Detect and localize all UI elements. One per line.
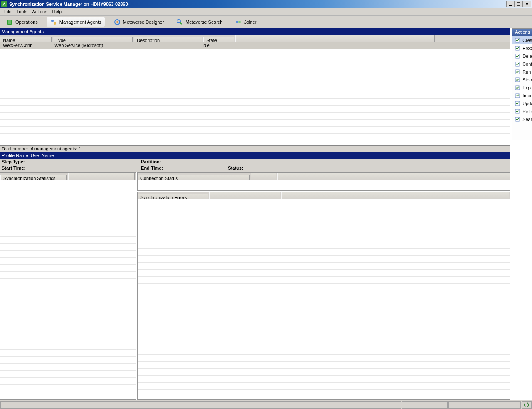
empty-row (0, 328, 136, 335)
empty-row (138, 355, 510, 362)
action-icon (514, 108, 521, 115)
action-icon (514, 116, 521, 123)
action-label: Import Management Agent (522, 93, 532, 98)
empty-row (138, 220, 510, 227)
empty-row (138, 291, 510, 298)
action-label: Update Management Agent (522, 101, 532, 106)
ma-row[interactable]: WebServConnWeb Service (Microsoft)Idle (0, 42, 510, 49)
ma-row[interactable] (0, 49, 510, 56)
ma-grid[interactable]: WebServConnWeb Service (Microsoft)Idle (0, 42, 510, 145)
menu-actions[interactable]: Actions (30, 9, 49, 15)
menu-help[interactable]: Help (50, 9, 64, 15)
ma-row[interactable] (0, 113, 510, 120)
svg-point-13 (238, 21, 241, 23)
empty-row (0, 237, 136, 244)
toolbar-metaverse-designer[interactable]: Metaverse Designer (110, 17, 167, 27)
action-icon (514, 61, 521, 67)
empty-row (138, 326, 510, 333)
menu-tools[interactable]: Tools (14, 9, 30, 15)
action-create[interactable]: Create (512, 36, 532, 44)
ma-row[interactable] (0, 91, 510, 99)
toolbar-joiner[interactable]: Joiner (231, 17, 260, 27)
sync-errors-grid[interactable] (138, 199, 510, 399)
toolbar-metaverse-search-label: Metaverse Search (185, 20, 222, 25)
ma-row[interactable] (0, 70, 510, 77)
empty-row (0, 279, 136, 286)
window-titlebar: Synchronization Service Manager on HDHY9… (0, 0, 532, 8)
action-label: Refresh Schema (522, 109, 532, 114)
ma-row[interactable] (0, 77, 510, 84)
empty-row (0, 314, 136, 321)
partition-label: Partition: (141, 159, 161, 164)
status-seg-2 (402, 401, 448, 409)
empty-row (138, 319, 510, 326)
action-update-management-agent[interactable]: Update Management Agent (512, 99, 532, 107)
toolbar-management-agents[interactable]: Management Agents (47, 17, 105, 27)
metaverse-search-icon (176, 19, 183, 25)
action-label: Properties (522, 46, 532, 51)
empty-row (0, 342, 136, 350)
empty-row (0, 385, 136, 392)
action-import-management-agent[interactable]: Import Management Agent (512, 91, 532, 99)
ma-cell-name: WebServConn (0, 42, 52, 49)
empty-row (0, 251, 136, 258)
toolbar-metaverse-search[interactable]: Metaverse Search (172, 17, 226, 27)
action-properties[interactable]: Properties (512, 44, 532, 52)
ma-row[interactable] (0, 56, 510, 63)
ma-row[interactable] (0, 127, 510, 134)
svg-rect-6 (8, 20, 11, 24)
svg-rect-4 (517, 2, 520, 5)
svg-point-11 (177, 20, 180, 23)
empty-row (138, 206, 510, 213)
svg-rect-3 (509, 5, 512, 6)
ma-cell-state: Idle (200, 42, 231, 49)
action-search-connector-space[interactable]: Search Connector Space (512, 115, 532, 123)
menu-help-label: elp (55, 9, 62, 14)
menu-file[interactable]: File (2, 9, 14, 15)
empty-row (0, 180, 136, 187)
start-time-label: Start Time: (2, 165, 140, 170)
close-button[interactable] (523, 1, 531, 7)
ma-row[interactable] (0, 99, 510, 106)
status-refresh[interactable] (522, 401, 532, 409)
action-icon (514, 53, 521, 59)
empty-row (0, 244, 136, 251)
action-icon (514, 69, 521, 75)
empty-row (138, 213, 510, 220)
empty-row (138, 284, 510, 291)
empty-row (138, 249, 510, 256)
action-label: Export Management Agent (522, 85, 532, 90)
menu-actions-label: ctions (35, 9, 47, 14)
empty-row (138, 376, 510, 383)
empty-row (0, 272, 136, 279)
sync-stats-col2 (68, 173, 135, 180)
empty-row (0, 364, 136, 371)
empty-row (138, 362, 510, 369)
empty-row (138, 347, 510, 355)
action-configure-run-profiles[interactable]: Configure Run Profiles (512, 60, 532, 68)
sync-stats-grid[interactable] (0, 180, 136, 399)
empty-row (0, 300, 136, 307)
action-delete[interactable]: Delete (512, 52, 532, 60)
minimize-button[interactable] (506, 1, 515, 7)
ma-row[interactable] (0, 63, 510, 70)
toolbar-operations[interactable]: Operations (2, 17, 42, 27)
action-icon (514, 45, 521, 52)
ma-row[interactable] (0, 84, 510, 91)
empty-row (0, 293, 136, 300)
operations-icon (6, 19, 13, 25)
toolbar-metaverse-designer-label: Metaverse Designer (123, 20, 164, 25)
menu-tools-label: ools (19, 9, 27, 14)
empty-row (138, 312, 510, 319)
menubar: File Tools Actions Help (0, 8, 532, 16)
ma-row[interactable] (0, 106, 510, 113)
empty-row (138, 234, 510, 241)
ma-row[interactable] (0, 120, 510, 127)
empty-row (0, 194, 136, 201)
conn-status-grid[interactable] (138, 180, 510, 190)
action-stop[interactable]: Stop (512, 76, 532, 84)
toolbar: Operations Management Agents Metaverse D… (0, 16, 532, 28)
action-run[interactable]: Run (512, 68, 532, 76)
action-export-management-agent[interactable]: Export Management Agent (512, 84, 532, 91)
maximize-button[interactable] (515, 1, 523, 7)
